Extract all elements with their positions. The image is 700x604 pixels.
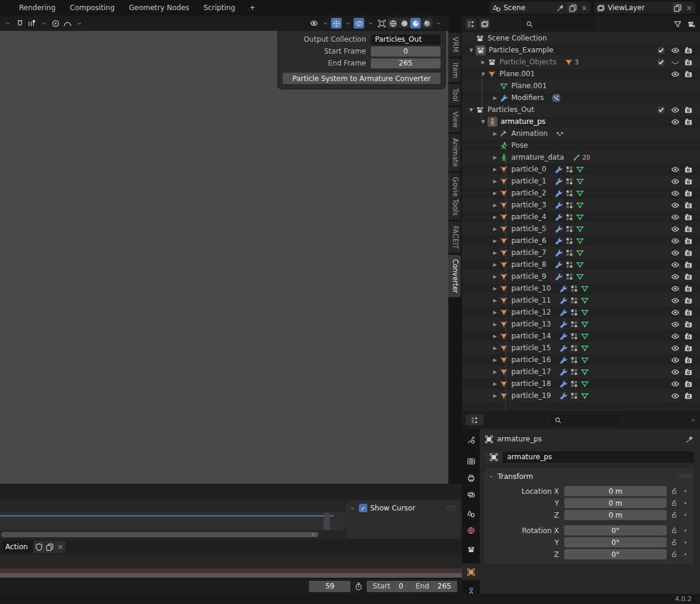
drag-dots-icon[interactable]: ::::: [680,475,690,478]
camera-visibility-icon[interactable] [683,367,693,376]
transform-value-field[interactable]: 0° [564,537,667,547]
expander-icon[interactable]: ▶ [490,369,499,375]
expander-icon[interactable]: ▼ [479,71,488,77]
camera-visibility-icon[interactable] [683,295,693,305]
expander-icon[interactable]: ▶ [490,381,499,387]
eye-visibility-icon[interactable] [670,69,680,79]
chevron-down-icon[interactable] [433,18,443,29]
camera-visibility-icon[interactable] [683,188,693,198]
transform-value-field[interactable]: 0° [564,525,667,535]
outliner-row-particle-5[interactable]: ▶particle_5 [462,223,700,235]
outliner-row-particle-8[interactable]: ▶particle_8 [462,259,700,270]
eye-visibility-icon[interactable] [670,200,680,210]
camera-visibility-icon[interactable] [683,379,693,388]
dope-ruler[interactable] [0,555,462,568]
outliner-search-input[interactable] [521,18,598,29]
scene-selector[interactable]: Scene [490,2,590,14]
eye-visibility-icon[interactable] [670,295,680,305]
eye-visibility-icon[interactable] [670,224,680,233]
camera-visibility-icon[interactable] [683,117,693,126]
expander-icon[interactable]: ▶ [490,226,499,232]
properties-tab-world[interactable] [462,522,480,538]
lock-open-icon[interactable] [670,487,678,495]
camera-visibility-icon[interactable] [683,260,693,269]
outliner-row-particle-6[interactable]: ▶particle_6 [462,235,700,247]
expander-icon[interactable]: ▶ [490,250,499,256]
camera-visibility-icon[interactable] [683,272,693,281]
camera-visibility-icon[interactable] [683,176,693,186]
scrollbar-zoom-handle[interactable] [312,533,315,536]
properties-tab-scene[interactable] [462,505,480,522]
outliner-row-particles-example[interactable]: ▼Particles_Example [462,44,700,56]
unlink-scene-icon[interactable] [580,4,588,12]
expander-icon[interactable]: ▶ [490,191,499,196]
expander-icon[interactable]: ▶ [490,357,499,363]
rendered-icon[interactable] [421,18,432,29]
xray-icon[interactable] [376,18,387,29]
transform-value-field[interactable]: 0° [564,549,667,559]
eye-visibility-icon[interactable] [670,45,680,55]
outliner-row-particle-18[interactable]: ▶particle_18 [462,378,700,390]
expander-icon[interactable]: ▶ [479,60,488,65]
lock-open-icon[interactable] [670,538,678,546]
collection-checkbox-icon[interactable] [656,105,666,114]
eye-visibility-icon[interactable] [670,164,680,174]
properties-tab-constraint[interactable] [462,583,480,594]
expander-icon[interactable]: ▶ [490,179,499,184]
scene-name[interactable]: Scene [504,4,554,12]
outliner-row-particle-19[interactable]: ▶particle_19 [462,390,700,401]
object-id-icon[interactable] [485,452,502,462]
expander-icon[interactable]: ▼ [467,107,476,113]
properties-options-chevron-icon[interactable] [690,417,696,424]
expander-icon[interactable]: ▶ [490,167,499,172]
expander-icon[interactable]: ▶ [490,310,499,315]
visibility-icon[interactable] [308,18,319,29]
outliner-row-particle-11[interactable]: ▶particle_11 [462,294,700,306]
eye-visibility-icon[interactable] [670,248,680,257]
expander-icon[interactable]: ▶ [490,214,499,220]
anim-dot-icon[interactable] [682,488,689,494]
eye-visibility-icon[interactable] [670,319,680,329]
outliner-row-particle-14[interactable]: ▶particle_14 [462,330,700,342]
camera-visibility-icon[interactable] [683,343,693,353]
copy-icon[interactable] [44,541,55,552]
eye-visibility-icon[interactable] [670,391,680,400]
outliner-row-plane-001[interactable]: Plane.001 [462,80,700,92]
camera-visibility-icon[interactable] [683,319,693,329]
outliner-row-particle-16[interactable]: ▶particle_16 [462,354,700,366]
chevron-down-icon[interactable] [38,18,49,29]
expander-icon[interactable]: ▶ [490,262,499,267]
eye-visibility-icon[interactable] [670,105,680,114]
properties-tab-collection[interactable] [462,541,480,558]
action-name-input[interactable]: Action [2,541,33,553]
outliner-row-particle-2[interactable]: ▶particle_2 [462,187,700,199]
eye-visibility-icon[interactable] [670,307,680,317]
collection-checkbox-icon[interactable] [656,45,666,55]
sidebar-tab-animate[interactable]: Animate [448,134,461,171]
outliner-row-particle-0[interactable]: ▶particle_0 [462,163,700,175]
expander-icon[interactable]: ▶ [490,393,499,398]
lock-open-icon[interactable] [670,527,678,534]
eye-visibility-icon[interactable] [670,57,680,67]
outliner-row-particle-7[interactable]: ▶particle_7 [462,247,700,259]
camera-visibility-icon[interactable] [683,164,693,174]
expander-icon[interactable]: ▶ [490,286,499,291]
expander-icon[interactable]: ▶ [490,155,499,160]
chevron-down-icon[interactable] [342,18,353,29]
outliner-row-particle-3[interactable]: ▶particle_3 [462,199,700,211]
drag-dots-icon[interactable]: ::::: [446,507,457,509]
keyframe-channel-strip[interactable] [0,573,462,578]
expander-icon[interactable]: ▶ [490,334,499,339]
sidebar-tab-converter[interactable]: Converter [448,255,461,297]
camera-visibility-icon[interactable] [683,200,693,210]
sidebar-tab-faceit[interactable]: FACEIT [448,222,461,253]
expander-icon[interactable]: ▶ [490,238,499,244]
overlays-blue-icon[interactable] [354,18,364,29]
expander-icon[interactable]: ▶ [490,322,499,327]
sidebar-tab-vrm[interactable]: VRM [448,33,461,57]
camera-visibility-icon[interactable] [683,284,693,293]
outliner-row-particles-out[interactable]: ▼Particles_Out [462,104,700,116]
fake-user-shield-icon[interactable] [33,541,44,552]
gizmo-blue-icon[interactable] [331,18,342,29]
eye-visibility-icon[interactable] [670,236,680,245]
